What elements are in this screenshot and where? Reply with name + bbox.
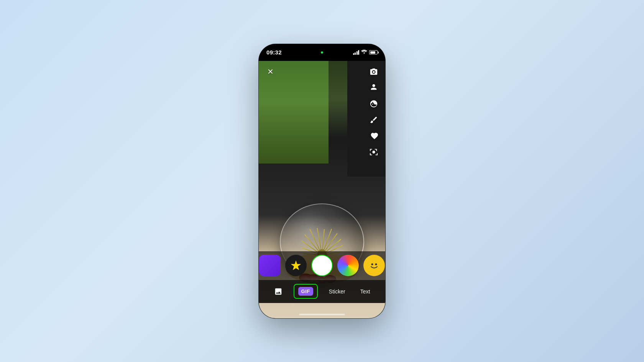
rainbow-swirl-sticker[interactable] (337, 255, 359, 276)
person-silhouette-button[interactable] (368, 82, 380, 94)
battery-icon (369, 50, 378, 54)
status-icons (353, 49, 378, 55)
shirt-button[interactable] (368, 130, 380, 142)
gallery-icon (274, 287, 283, 296)
svg-point-2 (375, 264, 377, 265)
black-star-sticker[interactable] (285, 255, 307, 276)
home-indicator (299, 314, 345, 315)
right-tools (368, 66, 380, 158)
text-button[interactable]: Text (356, 286, 374, 297)
wifi-icon (361, 49, 367, 55)
purple-square-sticker[interactable] (259, 255, 281, 276)
star-burst-icon (290, 259, 302, 272)
shirt-icon (370, 132, 378, 140)
status-bar: 09:32 (259, 44, 385, 61)
status-time: 09:32 (266, 49, 282, 56)
bottom-toolbar: GIF Sticker Text (259, 280, 385, 303)
sticker-button[interactable]: Sticker (325, 286, 349, 297)
body-scan-button[interactable] (368, 146, 380, 158)
camera-flip-button[interactable] (368, 66, 380, 78)
svg-point-1 (371, 264, 373, 265)
face-ar-button[interactable] (368, 98, 380, 110)
close-icon: ✕ (267, 68, 274, 75)
brush-icon (370, 116, 378, 124)
face-ar-icon (370, 100, 378, 108)
top-controls: ✕ (259, 61, 385, 163)
close-button[interactable]: ✕ (264, 66, 276, 78)
gif-button[interactable]: GIF (294, 284, 318, 299)
white-circle-sticker[interactable] (311, 255, 333, 276)
sticker-label: Sticker (329, 288, 345, 295)
phone-frame: 09:32 (259, 44, 385, 318)
gallery-button[interactable] (270, 285, 286, 298)
camera-view: ✕ (259, 61, 385, 318)
smiley-icon (367, 259, 381, 272)
text-label: Text (360, 288, 370, 295)
body-scan-icon (370, 148, 378, 156)
active-indicator (321, 51, 323, 54)
camera-flip-icon (370, 67, 378, 76)
gif-label: GIF (298, 287, 313, 296)
brush-button[interactable] (368, 114, 380, 126)
person-silhouette-icon (370, 84, 378, 92)
signal-icon (353, 50, 360, 55)
smiley-face-sticker[interactable] (363, 255, 385, 276)
sticker-strip (259, 251, 385, 280)
svg-point-0 (368, 259, 380, 272)
